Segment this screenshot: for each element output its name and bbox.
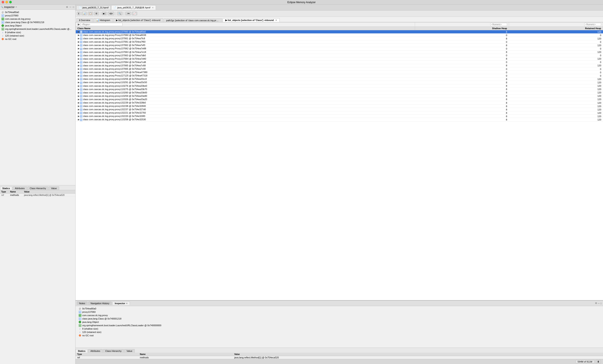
row-expander[interactable]: ▶	[77, 30, 80, 33]
bottom-tree-proxy[interactable]: C proxy137060	[77, 310, 601, 314]
minimize-panel-icon[interactable]: ─	[69, 6, 71, 8]
table-row[interactable]: ▶Cclass com.caocao.dc.log.proxy.proxy137…	[76, 64, 603, 67]
row-expander[interactable]: ▶	[77, 71, 80, 74]
toolbar-queries-btn[interactable]: ⚙	[94, 12, 99, 15]
table-row[interactable]: ▶Cclass com.caocao.dc.log.proxy.proxy137…	[76, 44, 603, 47]
bottom-tree-spring[interactable]: S org.springframework.boot.loader.Launch…	[77, 324, 601, 327]
bottom-tab-notes[interactable]: Notes	[77, 301, 88, 305]
bottom-tree-caocao[interactable]: C com.caocao.dc.log.proxy	[77, 314, 601, 317]
table-row[interactable]: ▶Cclass com.caocao.dc.log.proxy.proxy110…	[76, 88, 603, 91]
class-filter-input[interactable]	[81, 23, 123, 26]
toolbar-chart-btn[interactable]: 📈	[132, 12, 137, 15]
table-row[interactable]: ▶Cclass com.caocao.dc.log.proxy.proxy132…	[76, 101, 603, 104]
maximize-button[interactable]	[9, 1, 12, 3]
row-expander[interactable]: ▶	[77, 74, 80, 77]
minimize-button[interactable]	[5, 1, 8, 3]
row-expander[interactable]: ▶	[77, 101, 80, 104]
table-row[interactable]: ▶Cclass com.caocao.dc.log.proxy.Proxy137…	[76, 34, 603, 37]
inner-tab-close[interactable]: ✕	[275, 19, 277, 21]
bottom-settings-icon[interactable]: ⚙	[595, 302, 597, 305]
bottom-tree-addr[interactable]: @ 0x754ea80a0	[77, 307, 601, 310]
toolbar-reports-btn[interactable]: 📋	[88, 12, 93, 15]
settings-icon[interactable]: ⚙	[66, 6, 68, 8]
expand-all-icon[interactable]: ▶	[77, 23, 80, 26]
table-row[interactable]: ▶Cclass com.caocao.dc.log.proxy.proxy132…	[76, 105, 603, 108]
toolbar-search-btn[interactable]: 🔍	[117, 12, 123, 15]
table-row[interactable]: ▶Cclass com.caocao.dc.log.proxy.proxy110…	[76, 84, 603, 88]
table-row[interactable]: ▶Cclass com.caocao.dc.log.proxy.proxy132…	[76, 115, 603, 118]
row-expander[interactable]: ▶	[77, 47, 80, 50]
file-tab-2[interactable]: 📄 java_pid3633_7_25的副本.hprof ✕	[111, 5, 156, 10]
toolbar-obj-query-btn[interactable]: ▶|	[102, 12, 107, 15]
row-expander[interactable]: ▶	[77, 51, 80, 54]
row-expander[interactable]: ▶	[77, 81, 80, 84]
row-expander[interactable]: ▶	[77, 37, 80, 40]
row-expander[interactable]: ▶	[77, 78, 80, 80]
bottom-maximize-icon[interactable]: □	[600, 302, 602, 305]
row-expander[interactable]: ▶	[77, 91, 80, 94]
row-expander[interactable]: ▶	[77, 41, 80, 43]
file-tab-2-close[interactable]: ✕	[152, 7, 154, 9]
table-row[interactable]: ▶Cclass com.caocao.dc.log.proxy.Proxy137…	[76, 40, 603, 44]
row-expander[interactable]: ▶	[77, 64, 80, 67]
inspector-close-icon[interactable]: ✕	[15, 6, 17, 8]
table-row[interactable]: ▶Cclass com.caocao.dc.log.proxy.Proxy137…	[76, 50, 603, 54]
row-expander[interactable]: ▶	[77, 54, 80, 57]
table-row[interactable]: ▶Cclass com.caocao.dc.log.proxy.proxy110…	[76, 91, 603, 94]
table-row[interactable]: ▶Cclass com.caocao.dc.log.proxy.proxy137…	[76, 37, 603, 40]
inner-tab-path2gc[interactable]: path2gc [selection of 'class com.caocao.…	[163, 18, 222, 22]
file-tab-1[interactable]: 📄 java_pid3633_7_31.hprof	[76, 5, 111, 10]
table-row[interactable]: ▶Cclass com.caocao.dc.log.proxy.proxy132…	[76, 111, 603, 115]
row-expander[interactable]: ▶	[77, 58, 80, 60]
bottom-tree-java-object[interactable]: java.lang.Object	[77, 320, 601, 324]
tree-item-java-class[interactable]: C class java.lang.Class @ 0x740001218	[0, 21, 75, 24]
tab-value[interactable]: Value	[49, 187, 59, 190]
row-expander[interactable]: ▶	[77, 68, 80, 70]
row-expander[interactable]: ▶	[77, 111, 80, 114]
table-row[interactable]: ▶Cclass com.caocao.dc.log.proxy.proxy132…	[76, 108, 603, 111]
row-expander[interactable]: ▶	[77, 118, 80, 121]
row-expander[interactable]: ▶	[77, 95, 80, 97]
table-row[interactable]: ▶Cclass com.caocao.dc.log.proxy.proxy110…	[76, 98, 603, 101]
toolbar-export-btn[interactable]: ↗▾	[125, 12, 131, 15]
row-expander[interactable]: ▶	[77, 61, 80, 64]
table-row[interactable]: ▶Cclass com.caocao.dc.log.proxy.proxy110…	[76, 118, 603, 121]
shallow-filter-input[interactable]	[490, 23, 507, 26]
ibt-class-hierarchy[interactable]: Class Hierarchy	[103, 349, 124, 353]
row-expander[interactable]: ▶	[77, 85, 80, 87]
table-row[interactable]: ▶Cclass com.caocao.dc.log.proxy.proxy110…	[76, 77, 603, 81]
tree-item-spring[interactable]: S org.springframework.boot.loader.Launch…	[0, 27, 75, 31]
row-expander[interactable]: ▶	[77, 88, 80, 91]
ibt-value[interactable]: Value	[124, 349, 135, 353]
tree-item-addr[interactable]: @ 0x754ea80a0	[0, 11, 75, 14]
toolbar-histogram-btn[interactable]: 📊	[81, 12, 87, 15]
table-row[interactable]: ▶Cclass com.caocao.dc.log.proxy.proxy110…	[76, 81, 603, 84]
row-expander[interactable]: ▶	[77, 115, 80, 117]
inner-tab-histogram[interactable]: 📊 Histogram	[93, 18, 113, 22]
table-row[interactable]: ▶Cclass com.caocao.dc.log.proxy.Proxy127…	[76, 71, 603, 74]
table-row[interactable]: ▶Cclass com.caocao.dc.log.proxy.proxy110…	[76, 94, 603, 98]
bottom-tree-java-class[interactable]: C class java.lang.Class @ 0x740001218	[77, 317, 601, 320]
inner-tab-list-inbound[interactable]: ▶ list_objects [selection of 'Class'] -i…	[113, 18, 163, 22]
row-expander[interactable]: ▶	[77, 98, 80, 101]
close-button[interactable]	[2, 1, 4, 3]
table-row[interactable]: ▶Cclass com.caocao.dc.log.proxy.proxy137…	[76, 30, 603, 34]
table-row[interactable]: ▶Cclass com.caocao.dc.log.proxy.Proxy137…	[76, 60, 603, 64]
ibt-statics[interactable]: Statics	[76, 349, 88, 353]
table-row[interactable]: ▶Cclass com.caocao.dc.log.proxy.proxy137…	[76, 67, 603, 71]
toolbar-oql-btn[interactable]: ⊲|⊳	[108, 12, 115, 15]
row-expander[interactable]: ▶	[77, 105, 80, 107]
table-row[interactable]: ▶Cclass com.caocao.dc.log.proxy.proxy137…	[76, 54, 603, 57]
gc-button[interactable]: 🗑	[596, 360, 601, 363]
inner-tab-list-inbound2[interactable]: ▶ list_objects [selection of 'Class'] -i…	[223, 18, 280, 22]
inspector-close-sm[interactable]: ✕	[126, 302, 128, 305]
bottom-tab-inspector[interactable]: Inspector ✕	[113, 301, 130, 305]
table-row[interactable]: ▶Cclass com.caocao.dc.log.proxy.Proxy137…	[76, 47, 603, 50]
row-expander[interactable]: ▶	[77, 34, 80, 36]
bottom-minimize-icon[interactable]: ─	[598, 302, 600, 305]
maximize-panel-icon[interactable]: □	[72, 6, 74, 8]
inner-tab-overview[interactable]: ℹ Overview	[76, 18, 93, 22]
tab-attributes[interactable]: Attributes	[12, 187, 27, 190]
toolbar-info-btn[interactable]: ℹ	[77, 12, 81, 15]
retained-filter-input[interactable]	[584, 23, 601, 26]
